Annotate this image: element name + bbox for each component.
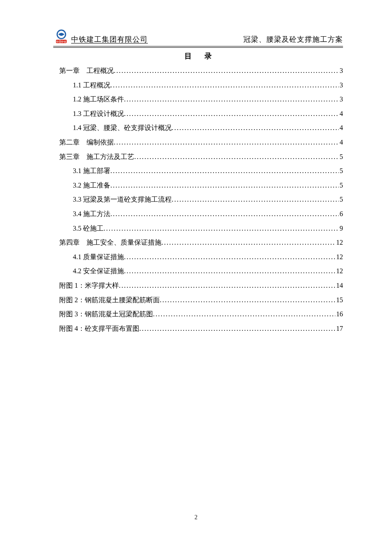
toc-entry-page: 5 [339, 178, 343, 193]
toc-leader-dots [124, 250, 335, 264]
toc-entry-label: 1.2 施工场区条件 [73, 92, 124, 107]
page-number: 2 [0, 514, 392, 521]
toc-entry: 1.1 工程概况3 [59, 78, 343, 92]
toc-leader-dots [110, 164, 339, 178]
toc-entry-label: 3.4 施工方法 [73, 207, 110, 221]
toc-leader-dots [160, 293, 335, 307]
toc-entry: 附图 4：砼支撑平面布置图 17 [59, 321, 343, 336]
toc-entry-label: 1.3 工程设计概况 [73, 107, 124, 121]
toc-entry: 附图 3：钢筋混凝土冠梁配筋图 16 [59, 307, 343, 321]
toc-entry: 1.3 工程设计概况4 [59, 107, 343, 121]
toc-entry-label: 第二章 编制依据 [59, 135, 114, 150]
toc-entry-page: 4 [339, 107, 343, 121]
toc-heading: 目录 [66, 51, 343, 61]
toc-entry-page: 6 [339, 207, 343, 221]
toc-entry-page: 3 [339, 64, 343, 78]
toc-entry: 第四章 施工安全、质量保证措施12 [59, 235, 343, 250]
toc-leader-dots [114, 135, 339, 150]
toc-entry-label: 3.1 施工部署 [73, 164, 110, 178]
toc-leader-dots [119, 278, 335, 293]
toc-entry: 4.1 质量保证措施12 [59, 250, 343, 264]
toc-entry-page: 3 [339, 78, 343, 92]
toc-leader-dots [172, 192, 339, 207]
toc-entry-page: 12 [335, 235, 343, 250]
toc-entry-page: 9 [339, 221, 343, 236]
page-header: 中国中铁 中铁建工集团有限公司 冠梁、腰梁及砼支撑施工方案 [53, 29, 343, 48]
toc-entry-label: 第三章 施工方法及工艺 [59, 150, 134, 164]
toc-leader-dots [124, 264, 335, 278]
document-page: 中国中铁 中铁建工集团有限公司 冠梁、腰梁及砼支撑施工方案 目录 第一章 工程概… [53, 29, 343, 335]
toc-entry: 附图 2：钢筋混凝土腰梁配筋断面 15 [59, 293, 343, 307]
toc-entry-label: 3.5 砼施工 [73, 221, 104, 236]
svg-text:中国中铁: 中国中铁 [56, 40, 66, 43]
toc-leader-dots [124, 92, 339, 107]
toc-entry: 附图 1：米字撑大样 14 [59, 278, 343, 293]
table-of-contents: 第一章 工程概况31.1 工程概况31.2 施工场区条件31.3 工程设计概况4… [53, 64, 343, 335]
toc-entry: 第二章 编制依据4 [59, 135, 343, 150]
toc-entry: 3.2 施工准备5 [59, 178, 343, 193]
toc-leader-dots [110, 78, 339, 92]
toc-entry: 第三章 施工方法及工艺5 [59, 150, 343, 164]
company-logo-icon: 中国中铁 [53, 29, 69, 44]
header-left: 中国中铁 中铁建工集团有限公司 [53, 29, 148, 44]
toc-leader-dots [114, 64, 339, 78]
toc-entry-label: 3.2 施工准备 [73, 178, 110, 193]
toc-entry-page: 15 [335, 293, 343, 307]
toc-entry-label: 附图 2：钢筋混凝土腰梁配筋断面 [59, 293, 160, 307]
toc-entry-page: 12 [335, 250, 343, 264]
toc-entry-label: 1.1 工程概况 [73, 78, 110, 92]
toc-entry: 3.4 施工方法6 [59, 207, 343, 221]
toc-entry-page: 5 [339, 150, 343, 164]
toc-leader-dots [161, 235, 335, 250]
toc-leader-dots [139, 321, 335, 336]
toc-entry-label: 附图 1：米字撑大样 [59, 278, 119, 293]
toc-leader-dots [110, 207, 339, 221]
toc-leader-dots [124, 107, 339, 121]
toc-entry-page: 4 [339, 135, 343, 150]
toc-entry: 第一章 工程概况3 [59, 64, 343, 78]
toc-entry: 4.2 安全保证措施12 [59, 264, 343, 278]
toc-leader-dots [104, 221, 339, 236]
toc-entry-label: 4.2 安全保证措施 [73, 264, 124, 278]
toc-entry: 3.3 冠梁及第一道砼支撑施工流程5 [59, 192, 343, 207]
toc-entry-page: 5 [339, 192, 343, 207]
toc-leader-dots [110, 178, 339, 193]
toc-entry: 3.5 砼施工9 [59, 221, 343, 236]
toc-entry-page: 3 [339, 92, 343, 107]
toc-entry-label: 附图 4：砼支撑平面布置图 [59, 321, 139, 336]
toc-entry: 1.4 冠梁、腰梁、砼支撑设计概况4 [59, 121, 343, 135]
toc-entry-label: 3.3 冠梁及第一道砼支撑施工流程 [73, 192, 172, 207]
toc-leader-dots [153, 307, 335, 321]
toc-entry-label: 第四章 施工安全、质量保证措施 [59, 235, 161, 250]
toc-entry-label: 1.4 冠梁、腰梁、砼支撑设计概况 [73, 121, 172, 135]
toc-entry-page: 14 [335, 278, 343, 293]
toc-entry-page: 17 [335, 321, 343, 336]
toc-entry-label: 附图 3：钢筋混凝土冠梁配筋图 [59, 307, 153, 321]
toc-leader-dots [134, 150, 339, 164]
toc-entry: 1.2 施工场区条件3 [59, 92, 343, 107]
toc-entry-page: 4 [339, 121, 343, 135]
toc-entry-label: 4.1 质量保证措施 [73, 250, 124, 264]
toc-entry-page: 12 [335, 264, 343, 278]
toc-entry-label: 第一章 工程概况 [59, 64, 114, 78]
toc-entry: 3.1 施工部署5 [59, 164, 343, 178]
company-name: 中铁建工集团有限公司 [71, 35, 148, 44]
document-title: 冠梁、腰梁及砼支撑施工方案 [243, 35, 343, 44]
toc-entry-page: 16 [335, 307, 343, 321]
toc-entry-page: 5 [339, 164, 343, 178]
toc-leader-dots [172, 121, 339, 135]
